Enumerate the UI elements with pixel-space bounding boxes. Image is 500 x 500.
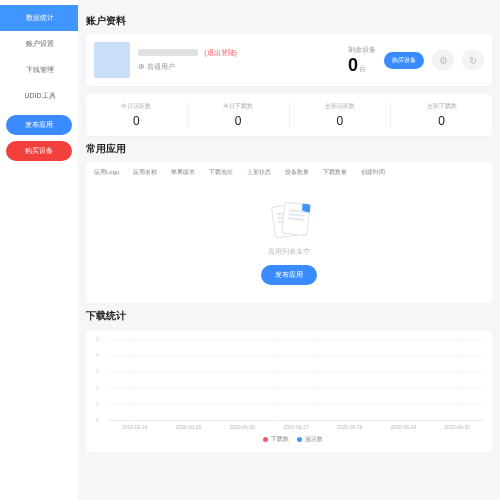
- apps-title: 常用应用: [86, 142, 492, 156]
- sidebar-item-3[interactable]: UDID工具: [0, 83, 78, 109]
- username: [138, 49, 198, 56]
- legend-item: 激活数: [305, 436, 323, 442]
- refresh-icon[interactable]: ↻: [462, 49, 484, 71]
- download-chart: 012345 2020-06-242020-06-252020-06-26202…: [86, 331, 492, 452]
- settings-icon[interactable]: ⚙: [432, 49, 454, 71]
- stat-item: 今日活跃数0: [86, 102, 188, 128]
- buy-device-button[interactable]: 购买设备: [6, 141, 72, 161]
- empty-state: 应用列表未空 发布应用: [86, 183, 492, 303]
- table-column: 应用名称: [133, 168, 157, 177]
- publish-app-button[interactable]: 发布应用: [6, 115, 72, 135]
- app-table-header: 应用Logo应用名称苹果版本下载地址上架状态设备数量下载数量创建时间: [86, 162, 492, 183]
- stat-item: 今日下载数0: [188, 102, 290, 128]
- user-role: 普通用户: [138, 62, 340, 72]
- table-column: 创建时间: [361, 168, 385, 177]
- table-column: 上架状态: [247, 168, 271, 177]
- table-column: 下载数量: [323, 168, 347, 177]
- main-content: 账户资料 (退出登陆) 普通用户 剩余设备 0台 购买设备 ⚙ ↻ 今日活跃数0…: [78, 0, 500, 500]
- sidebar: 数据统计账户设置下线管理UDID工具 发布应用 购买设备: [0, 0, 78, 500]
- empty-text: 应用列表未空: [86, 247, 492, 257]
- remain-label: 剩余设备: [348, 45, 376, 55]
- stats-row: 今日活跃数0今日下载数0全部活跃数0全部下载数0: [86, 94, 492, 136]
- table-column: 苹果版本: [171, 168, 195, 177]
- avatar: [94, 42, 130, 78]
- sidebar-item-1[interactable]: 账户设置: [0, 31, 78, 57]
- publish-app-button-empty[interactable]: 发布应用: [261, 265, 317, 285]
- sidebar-item-0[interactable]: 数据统计: [0, 5, 78, 31]
- buy-device-button-inline[interactable]: 购买设备: [384, 52, 424, 69]
- table-column: 设备数量: [285, 168, 309, 177]
- chart-title: 下载统计: [86, 309, 492, 323]
- empty-icon: [265, 201, 313, 241]
- logout-link[interactable]: (退出登陆): [204, 49, 237, 56]
- table-column: 下载地址: [209, 168, 233, 177]
- account-title: 账户资料: [86, 14, 492, 28]
- sidebar-item-2[interactable]: 下线管理: [0, 57, 78, 83]
- stat-item: 全部下载数0: [391, 102, 492, 128]
- remain-value: 0: [348, 55, 358, 75]
- profile-card: (退出登陆) 普通用户 剩余设备 0台 购买设备 ⚙ ↻: [86, 34, 492, 86]
- stat-item: 全部活跃数0: [290, 102, 392, 128]
- legend-item: 下载数: [271, 436, 289, 442]
- table-column: 应用Logo: [94, 168, 119, 177]
